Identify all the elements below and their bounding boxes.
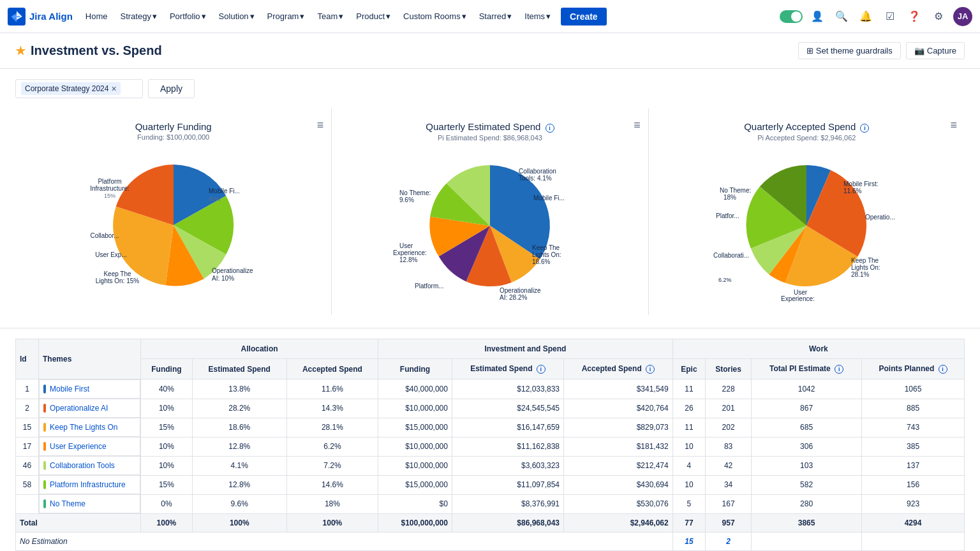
total-epic: 77 xyxy=(672,514,705,533)
cell-acc-spend: $420,764 xyxy=(564,399,673,418)
cell-epic: 11 xyxy=(672,418,705,437)
investment-table: Id Themes Allocation Investment and Spen… xyxy=(15,339,965,551)
svg-text:Keep The: Keep The xyxy=(532,244,560,251)
nav-item-items[interactable]: Items▾ xyxy=(519,8,556,25)
nav-item-starred[interactable]: Starred▾ xyxy=(474,8,517,25)
cell-funding-alloc: 10% xyxy=(141,437,193,456)
cell-acc-alloc: 14.3% xyxy=(286,399,378,418)
col-stories: Stories xyxy=(706,359,752,379)
cell-id: 2 xyxy=(16,399,39,418)
svg-text:Experience:: Experience: xyxy=(781,295,815,302)
cell-theme: Mobile First xyxy=(39,379,140,399)
svg-text:Mobile Fi...: Mobile Fi... xyxy=(209,187,240,195)
cell-id: 15 xyxy=(16,418,39,437)
no-est-label: No Estimation xyxy=(16,533,673,551)
cell-theme: Platform Infrastructure xyxy=(39,475,140,494)
nav-item-portfolio[interactable]: Portfolio▾ xyxy=(165,8,211,25)
theme-link-0[interactable]: Mobile First xyxy=(50,385,89,393)
cell-id: 58 xyxy=(16,475,39,494)
svg-text:Infrastructure:: Infrastructure: xyxy=(90,185,130,192)
info-icon-est-spend[interactable]: i xyxy=(537,365,546,374)
notifications-icon[interactable]: 🔔 xyxy=(856,7,875,26)
cell-total-pi: 306 xyxy=(752,437,862,456)
apply-button[interactable]: Apply xyxy=(148,79,195,98)
chart-menu-2[interactable]: ≡ xyxy=(634,119,641,132)
nav-item-strategy[interactable]: Strategy▾ xyxy=(115,8,161,25)
svg-text:AI: 10%: AI: 10% xyxy=(212,275,234,282)
info-icon-points[interactable]: i xyxy=(939,365,947,374)
total-points: 4294 xyxy=(862,514,965,533)
capture-button[interactable]: 📷 Capture xyxy=(906,42,965,59)
nav-item-solution[interactable]: Solution▾ xyxy=(214,8,260,25)
theme-link-4[interactable]: Collaboration Tools xyxy=(50,461,115,470)
star-icon[interactable]: ★ xyxy=(15,44,26,58)
theme-link-3[interactable]: User Experience xyxy=(50,442,107,451)
cell-est-alloc: 28.2% xyxy=(192,399,286,418)
filter-input[interactable]: Corporate Strategy 2024 × xyxy=(15,79,143,98)
info-icon-estimated[interactable]: i xyxy=(546,124,554,133)
filter-tag-remove[interactable]: × xyxy=(111,84,116,94)
avatar[interactable]: JA xyxy=(953,7,972,26)
settings-icon[interactable]: ⚙ xyxy=(929,7,948,26)
cell-epic: 4 xyxy=(672,456,705,475)
table-row: 17 User Experience 10% 12.8% 6.2% $10,00… xyxy=(16,437,965,456)
info-icon-accepted[interactable]: i xyxy=(860,124,869,133)
cell-points: 1065 xyxy=(862,379,965,399)
create-button[interactable]: Create xyxy=(561,8,607,26)
toggle-switch[interactable] xyxy=(780,10,803,23)
col-funding-alloc: Funding xyxy=(141,359,193,379)
svg-text:Collabor...: Collabor... xyxy=(90,232,119,239)
nav-item-custom-rooms[interactable]: Custom Rooms▾ xyxy=(398,8,471,25)
svg-text:AI: 28.2%: AI: 28.2% xyxy=(500,294,527,301)
svg-text:Operationalize: Operationalize xyxy=(212,267,253,274)
svg-text:Platfor...: Platfor... xyxy=(716,212,739,219)
nav-item-program[interactable]: Program▾ xyxy=(262,8,310,25)
cell-id: 17 xyxy=(16,437,39,456)
col-est-inv: Estimated Spend i xyxy=(452,359,563,379)
cell-est-spend: $8,376,991 xyxy=(452,494,563,514)
nav-item-product[interactable]: Product▾ xyxy=(351,8,396,25)
col-group-investment: Investment and Spend xyxy=(378,339,673,359)
col-group-work: Work xyxy=(672,339,964,359)
col-total-pi: Total PI Estimate i xyxy=(752,359,862,379)
logo[interactable]: Jira Align xyxy=(8,8,73,26)
set-guardrails-button[interactable]: ⊞ Set theme guardrails xyxy=(798,42,901,59)
cell-funding-alloc: 15% xyxy=(141,475,193,494)
cell-funding: $0 xyxy=(378,494,452,514)
cell-est-alloc: 18.6% xyxy=(192,418,286,437)
cell-stories: 202 xyxy=(706,418,752,437)
theme-link-5[interactable]: Platform Infrastructure xyxy=(50,480,126,489)
no-est-empty-2 xyxy=(862,533,965,551)
cell-theme: User Experience xyxy=(39,437,140,456)
svg-text:40%: 40% xyxy=(209,196,220,202)
chart-menu-3[interactable]: ≡ xyxy=(950,119,957,132)
svg-text:18%: 18% xyxy=(724,194,736,201)
no-est-stories: 2 xyxy=(706,533,752,551)
theme-link-6[interactable]: No Theme xyxy=(50,499,85,508)
theme-link-2[interactable]: Keep The Lights On xyxy=(50,423,118,432)
checkbox-icon[interactable]: ☑ xyxy=(880,7,900,26)
svg-text:Experience:: Experience: xyxy=(393,249,427,256)
help-icon[interactable]: ❓ xyxy=(905,7,924,26)
cell-acc-alloc: 11.6% xyxy=(286,379,378,399)
cell-acc-alloc: 7.2% xyxy=(286,456,378,475)
cell-stories: 167 xyxy=(706,494,752,514)
nav-item-home[interactable]: Home xyxy=(80,8,113,25)
chart-title-3: Quarterly Accepted Spend xyxy=(744,121,856,132)
table-row: 15 Keep The Lights On 15% 18.6% 28.1% $1… xyxy=(16,418,965,437)
profile-icon[interactable]: 👤 xyxy=(808,7,827,26)
theme-link-1[interactable]: Operationalize AI xyxy=(50,404,108,413)
col-points: Points Planned i xyxy=(862,359,965,379)
nav-item-team[interactable]: Team▾ xyxy=(312,8,348,25)
chart-subtitle-3: Pi Accepted Spend: $2,946,062 xyxy=(659,134,954,142)
cell-funding-alloc: 10% xyxy=(141,399,193,418)
svg-text:12.8%: 12.8% xyxy=(399,256,417,263)
cell-acc-spend: $341,549 xyxy=(564,379,673,399)
chart-menu-1[interactable]: ≡ xyxy=(317,119,324,132)
col-acc-alloc: Accepted Spend xyxy=(286,359,378,379)
cell-est-spend: $3,603,323 xyxy=(452,456,563,475)
col-id: Id xyxy=(16,339,39,379)
info-icon-total-pi[interactable]: i xyxy=(835,365,843,374)
info-icon-acc-spend[interactable]: i xyxy=(646,365,655,374)
search-icon[interactable]: 🔍 xyxy=(832,7,851,26)
